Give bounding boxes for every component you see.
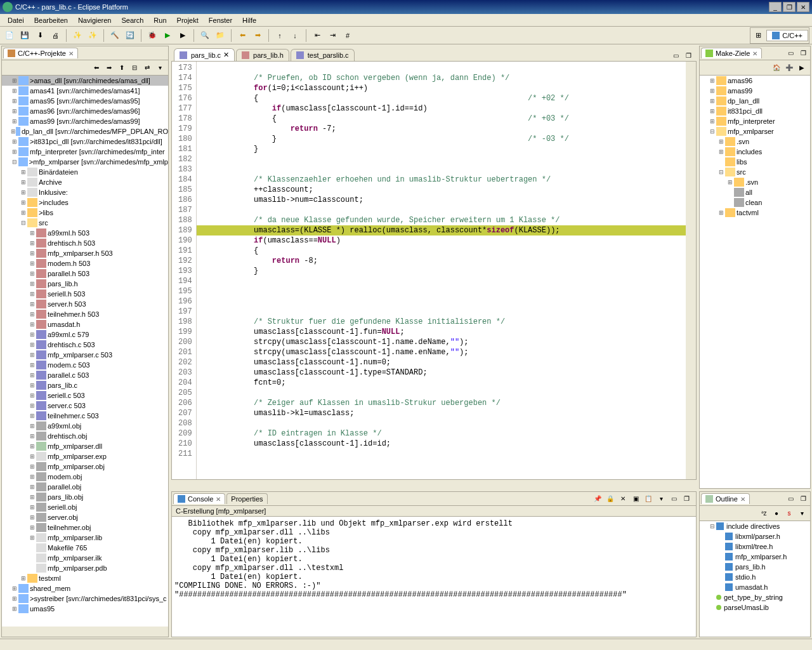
editor-tab-test_parslib.c[interactable]: test_parslib.c — [291, 49, 355, 61]
code-line-197[interactable] — [197, 307, 686, 317]
tree-item[interactable]: parseUmasLib — [700, 602, 810, 613]
tree-item[interactable]: ⊞includes — [700, 147, 810, 157]
code-line-177[interactable]: if(umasclass[classcount-1].id==id) — [197, 103, 686, 114]
expand-icon[interactable]: ⊞ — [717, 209, 725, 216]
new-button[interactable]: 📄 — [3, 29, 16, 43]
tree-item[interactable]: libs — [700, 157, 810, 167]
create-button[interactable]: ✨ — [70, 29, 84, 43]
code-line-184[interactable]: /* Klassenzaehler erhoehen und in umasli… — [197, 175, 686, 185]
code-line-188[interactable]: /* da neue Klasse gefunden wurde, Speich… — [197, 215, 686, 225]
min-console-icon[interactable]: ▭ — [668, 493, 679, 505]
projects-tab[interactable]: C/C++-Projekte ✕ — [3, 48, 78, 58]
create2-button[interactable]: ✨ — [86, 29, 100, 43]
menu-navigieren[interactable]: Navigieren — [73, 15, 117, 25]
tree-item[interactable]: libxml/parser.h — [700, 531, 810, 541]
menu-datei[interactable]: Datei — [3, 15, 29, 25]
tree-item[interactable]: ⊞parallel.c 503 — [2, 370, 168, 380]
code-editor[interactable]: /* Pruefen, ob ID schon vergeben (wenn j… — [197, 62, 686, 479]
tree-item[interactable]: ⊞dp_lan_dll [svn://archimedes/MFP_DPLAN_… — [2, 126, 168, 136]
display-console-icon[interactable]: 📋 — [643, 493, 654, 505]
tree-item[interactable]: ⊞mfp_xmlparser.obj — [2, 461, 168, 472]
tree-item[interactable]: ⊟include directives — [700, 521, 810, 531]
expand-icon[interactable]: ⊞ — [709, 118, 716, 124]
expand-icon[interactable]: ⊞ — [29, 352, 36, 358]
code-line-182[interactable] — [197, 154, 686, 164]
expand-icon[interactable]: ⊞ — [11, 606, 18, 612]
outline-menu-icon[interactable]: ▾ — [796, 508, 808, 519]
shift-left-button[interactable]: ⇤ — [310, 29, 324, 43]
expand-icon[interactable]: ⊞ — [29, 474, 36, 480]
view-menu-icon[interactable]: ▾ — [154, 62, 166, 74]
tree-item[interactable]: ⊞teilnehmer.c 503 — [2, 411, 168, 421]
code-line-180[interactable]: } /* -03 */ — [197, 134, 686, 144]
tree-item[interactable]: ⊞umas95 — [2, 604, 168, 614]
expand-icon[interactable]: ⊟ — [709, 523, 716, 529]
build-button[interactable]: 🔨 — [108, 29, 122, 43]
tree-item[interactable]: ⊞amas96 — [700, 76, 810, 86]
tree-item[interactable]: ⊞>libs — [2, 208, 168, 218]
tree-item[interactable]: ⊞Inklusive: — [2, 187, 168, 197]
tree-item[interactable]: ⊞seriell.obj — [2, 502, 168, 512]
prev-annotation-button[interactable]: ↑ — [273, 29, 287, 43]
tree-item[interactable]: ⊞mfp_xmlparser.c 503 — [2, 350, 168, 360]
code-line-211[interactable] — [197, 449, 686, 459]
tree-item[interactable]: ⊞testxml — [2, 573, 168, 583]
menu-projekt[interactable]: Projekt — [172, 15, 204, 25]
expand-icon[interactable]: ⊞ — [709, 77, 716, 84]
code-line-195[interactable] — [197, 286, 686, 296]
open-console-icon[interactable]: ▣ — [630, 493, 641, 505]
tree-item[interactable]: ⊞>it831pci_dll [svn://archimedes/it831pc… — [2, 136, 168, 147]
tree-item[interactable]: ⊞mfp_interpreter — [700, 116, 810, 126]
tree-item[interactable]: ⊞.svn — [700, 177, 810, 187]
expand-icon[interactable]: ⊞ — [29, 484, 36, 490]
next-annotation-button[interactable]: ↓ — [288, 29, 302, 43]
tree-item[interactable]: libxml/tree.h — [700, 541, 810, 552]
code-line-176[interactable]: { /* +02 */ — [197, 93, 686, 103]
tree-item[interactable]: ⊞pars_lib.c — [2, 380, 168, 390]
ext-tools-button[interactable]: ▶ — [176, 29, 190, 43]
open-type-button[interactable]: 📁 — [213, 29, 227, 43]
code-line-191[interactable]: { — [197, 246, 686, 256]
tree-item[interactable]: ⊞modem.obj — [2, 472, 168, 482]
hide-static-icon[interactable]: s — [783, 508, 795, 519]
tree-item[interactable]: ⊞teilnehmer.obj — [2, 522, 168, 533]
save-all-button[interactable]: ⬇ — [33, 29, 47, 43]
tree-item[interactable]: get_type_by_string — [700, 592, 810, 602]
expand-icon[interactable]: ⊞ — [20, 179, 27, 185]
tree-item[interactable]: ⊞Binärdateien — [2, 167, 168, 177]
tree-item[interactable]: ⊞server.h 503 — [2, 299, 168, 309]
tree-item[interactable]: ⊞seriell.h 503 — [2, 289, 168, 299]
expand-icon[interactable]: ⊞ — [11, 98, 18, 104]
code-line-187[interactable] — [197, 205, 686, 215]
expand-icon[interactable]: ⊞ — [29, 524, 36, 531]
nav-fwd-button[interactable]: ➡ — [251, 29, 265, 43]
maximize-button[interactable]: ❐ — [783, 2, 796, 12]
expand-icon[interactable]: ⊞ — [29, 443, 36, 449]
close-icon[interactable]: ✕ — [740, 496, 745, 503]
expand-icon[interactable]: ⊞ — [29, 291, 36, 297]
code-line-198[interactable]: /* Struktur fuer die gefundene Klasse in… — [197, 317, 686, 327]
tree-item[interactable]: ⊞teilnehmer.h 503 — [2, 309, 168, 319]
code-line-202[interactable]: umasclass[classcount-1].num=0; — [197, 357, 686, 368]
tree-item[interactable]: ⊞a99xml.h 503 — [2, 228, 168, 238]
tree-item[interactable]: ⊞mfp_xmlparser.h 503 — [2, 248, 168, 258]
code-line-205[interactable] — [197, 388, 686, 398]
code-line-181[interactable]: } — [197, 144, 686, 154]
expand-icon[interactable]: ⊞ — [11, 77, 18, 84]
perspective-cpp[interactable]: C/C++ — [766, 30, 808, 41]
expand-icon[interactable]: ⊞ — [20, 575, 27, 581]
tree-item[interactable]: ⊟src — [2, 218, 168, 228]
expand-icon[interactable]: ⊟ — [11, 159, 18, 165]
expand-icon[interactable]: ⊞ — [726, 179, 734, 185]
expand-icon[interactable]: ⊞ — [20, 209, 27, 216]
tree-item[interactable]: ⊞drehtisch.h 503 — [2, 238, 168, 248]
expand-icon[interactable]: ⊞ — [29, 342, 36, 348]
editor-tab-pars_lib.c[interactable]: pars_lib.c✕ — [174, 48, 235, 61]
tree-item[interactable]: ⊞seriell.c 503 — [2, 390, 168, 401]
code-line-186[interactable]: umaslib->num=classcount; — [197, 195, 686, 205]
tree-item[interactable]: ⊞dp_lan_dll — [700, 96, 810, 106]
link-editor-icon[interactable]: ⇄ — [141, 62, 153, 74]
add-target-icon[interactable]: ➕ — [783, 62, 795, 74]
outline-tab[interactable]: Outline ✕ — [701, 493, 750, 504]
expand-icon[interactable]: ⊞ — [11, 108, 18, 114]
